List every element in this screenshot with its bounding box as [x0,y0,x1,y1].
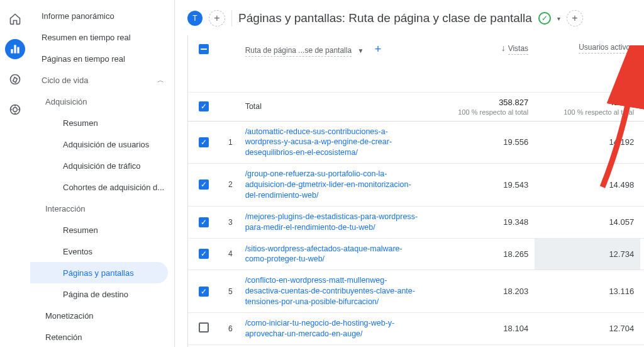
row-value: 1,43 [640,312,644,344]
svg-point-5 [13,108,18,112]
row-value: 18.203 [429,270,535,313]
row-path[interactable]: /sitios-wordpress-afectados-ataque-malwa… [239,238,429,270]
nav-int-eventos[interactable]: Eventos [30,241,174,262]
nav-section-label: Ciclo de vida [42,76,88,85]
row-index: 5 [219,270,238,313]
table-row: ✓1/automattic-reduce-sus-contribuciones-… [188,121,644,164]
row-index: 4 [219,238,238,270]
nav-informe-panoramico[interactable]: Informe panorámico [30,5,174,26]
table-row: 6/como-iniciar-tu-negocio-de-hosting-web… [188,312,644,344]
rail-reports-icon[interactable] [5,39,25,59]
nav-int-paginas-pantallas[interactable]: Páginas y pantallas [30,262,168,283]
select-all-checkbox[interactable] [199,44,209,54]
nav-interaccion[interactable]: Interacción [30,198,174,219]
row-value: 19.348 [429,206,535,238]
nav-int-resumen[interactable]: Resumen [30,219,174,241]
nav-item-label: Interacción [45,204,164,213]
row-total-checkbox[interactable]: ✓ [199,101,209,111]
row-total-value: 7,47Media 0 % [640,92,644,121]
row-value: 14.498 [535,164,640,207]
row-value: 12.734 [535,238,640,270]
nav-adquisicion[interactable]: Adquisición [30,91,174,112]
svg-rect-2 [17,47,19,54]
row-checkbox[interactable]: ✓ [199,179,209,190]
nav-adq-cohortes[interactable]: Cohortes de adquisición d... [30,176,174,198]
table-row: ✓2/group-one-refuerza-su-portafolio-con-… [188,164,644,207]
chevron-up-icon: ︿ [157,76,164,85]
row-value: 13.116 [535,270,640,313]
row-value: 18.104 [429,312,535,344]
nav-section-ciclo-de-vida[interactable]: Ciclo de vida ︿ [30,69,174,91]
row-value: 19.556 [429,121,535,164]
row-checkbox[interactable]: ✓ [199,217,209,227]
svg-rect-1 [14,45,16,53]
sidebar: Informe panorámico Resumen en tiempo rea… [30,0,175,347]
nav-int-pagina-destino[interactable]: Página de destino [30,283,174,305]
nav-retencion[interactable]: Retención [30,326,174,347]
row-index: 1 [219,121,238,164]
row-path[interactable]: /group-one-refuerza-su-portafolio-con-la… [239,164,429,207]
nav-item-label: Adquisición [45,97,164,106]
page-title: Páginas y pantallas: Ruta de página y cl… [238,11,532,25]
status-dropdown-icon[interactable]: ▾ [557,15,560,22]
table-row: ✓3/mejores-plugins-de-estadisticas-para-… [188,206,644,238]
row-value: 14.192 [535,121,640,164]
row-value: 14.057 [535,206,640,238]
row-value: 1,43 [640,238,644,270]
nav-monetizacion[interactable]: Monetización [30,305,174,326]
chevron-down-icon[interactable]: ▼ [357,47,364,54]
row-total-label: Total [239,92,429,121]
row-checkbox[interactable]: ✓ [199,249,209,259]
status-ok-icon[interactable]: ✓ [538,12,551,25]
data-table: Ruta de página ...se de pantalla ▼ + ↓ V… [188,35,644,345]
nav-resumen-tiempo-real[interactable]: Resumen en tiempo real [30,26,174,48]
row-checkbox[interactable]: ✓ [199,287,209,297]
nav-paginas-tiempo-real[interactable]: Páginas en tiempo real [30,48,174,69]
svg-rect-0 [11,49,13,54]
dimension-picker[interactable]: Ruta de página ...se de pantalla [245,46,352,57]
row-value: 12.704 [535,312,640,344]
col-vistas[interactable]: ↓ Vistas [429,35,535,92]
add-tab-button[interactable]: + [209,10,225,26]
row-index: 6 [219,312,238,344]
row-checkbox[interactable]: ✓ [199,137,209,147]
nav-adq-trafico[interactable]: Adquisición de tráfico [30,155,174,176]
nav-adq-resumen[interactable]: Resumen [30,112,174,134]
row-index: 2 [219,164,238,207]
rail-target-icon[interactable] [5,100,25,120]
row-value: 1,35 [640,164,644,207]
add-card-button[interactable]: + [567,10,583,26]
col-usuarios-activos[interactable]: Usuarios activos [535,35,640,92]
row-total-value: 358.827100 % respecto al total [429,92,535,121]
row-path[interactable]: /automattic-reduce-sus-contribuciones-a-… [239,121,429,164]
row-total-value: 48.053100 % respecto al total [535,92,640,121]
row-value: 1,38 [640,206,644,238]
add-dimension-button[interactable]: + [375,43,382,55]
row-value: 19.543 [429,164,535,207]
table-row: ✓5/conflicto-en-wordpress-matt-mullenweg… [188,270,644,313]
row-value: 1,38 [640,121,644,164]
title-bar: T + Páginas y pantallas: Ruta de página … [175,0,644,31]
col-vistas-por-usuario[interactable]: Vistas por usuario activo [640,35,644,92]
row-path[interactable]: /como-iniciar-tu-negocio-de-hosting-web-… [239,312,429,344]
row-value: 18.265 [429,238,535,270]
rail-explore-icon[interactable] [5,69,25,89]
row-checkbox[interactable] [199,322,209,333]
row-index: 3 [219,206,238,238]
nav-adq-usuarios[interactable]: Adquisición de usuarios [30,134,174,155]
tab-chip[interactable]: T [187,11,203,26]
row-path[interactable]: /conflicto-en-wordpress-matt-mullenweg-d… [239,270,429,313]
table-row: ✓4/sitios-wordpress-afectados-ataque-mal… [188,238,644,270]
row-path[interactable]: /mejores-plugins-de-estadisticas-para-wo… [239,206,429,238]
row-value: 1,39 [640,270,644,313]
rail-home-icon[interactable] [5,9,25,29]
